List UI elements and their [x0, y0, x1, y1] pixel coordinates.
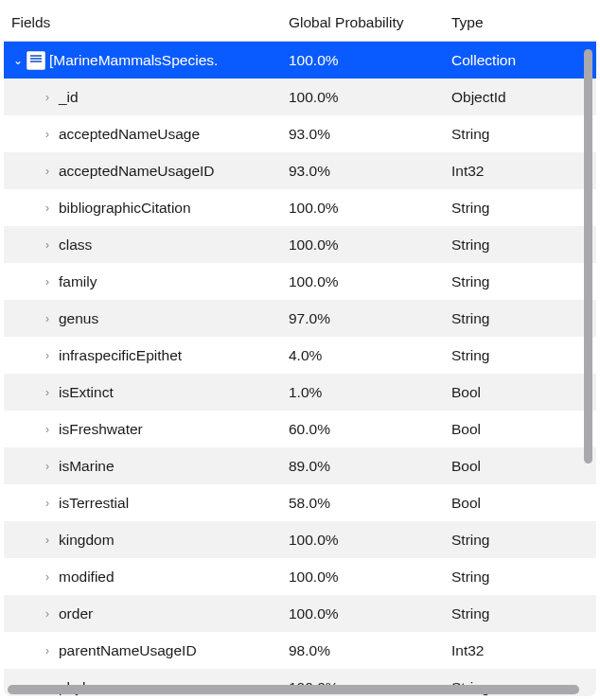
field-name: acceptedNameUsage [59, 126, 200, 143]
field-row-fields: ›acceptedNameUsageID [4, 163, 283, 180]
header-global-probability[interactable]: Global Probability [283, 14, 446, 31]
field-probability: 93.0% [283, 163, 446, 180]
chevron-right-icon[interactable]: › [45, 92, 49, 103]
field-row[interactable]: ›kingdom100.0%String [4, 521, 596, 558]
chevron-right-icon[interactable]: › [45, 350, 49, 361]
field-probability: 93.0% [283, 126, 446, 143]
field-probability: 100.0% [283, 236, 446, 254]
field-probability: 58.0% [283, 495, 446, 512]
chevron-right-icon[interactable]: › [45, 202, 49, 214]
horizontal-scrollbar[interactable] [8, 685, 579, 694]
header-type[interactable]: Type [446, 14, 596, 31]
document-icon [26, 51, 45, 70]
field-type: String [446, 347, 596, 364]
field-probability: 4.0% [283, 347, 446, 364]
field-name: modified [59, 569, 115, 586]
chevron-right-icon[interactable]: › [45, 498, 49, 509]
field-row-fields: ›genus [4, 310, 283, 327]
field-row-fields: ›modified [4, 569, 283, 586]
field-row[interactable]: ›modified100.0%String [4, 558, 596, 595]
collection-label: [MarineMammalsSpecies. [49, 52, 218, 69]
chevron-right-icon[interactable]: › [45, 608, 49, 620]
chevron-right-icon[interactable]: › [45, 313, 49, 324]
schema-tree-table: Fields Global Probability Type ⌄ [Marine… [4, 4, 596, 696]
field-probability: 100.0% [283, 200, 446, 217]
field-row-fields: ›_id [4, 89, 283, 106]
schema-panel: Fields Global Probability Type ⌄ [Marine… [0, 0, 600, 700]
field-row[interactable]: ›parentNameUsageID98.0%Int32 [4, 632, 596, 669]
field-row[interactable]: ›_id100.0%ObjectId [4, 79, 596, 115]
field-row-fields: ›kingdom [4, 532, 283, 549]
field-type: String [446, 273, 596, 290]
field-type: String [446, 200, 596, 217]
chevron-right-icon[interactable]: › [45, 166, 49, 177]
field-row[interactable]: ›isMarine89.0%Bool [4, 447, 596, 484]
field-row-fields: ›isExtinct [4, 384, 283, 401]
field-probability: 97.0% [283, 310, 446, 327]
field-type: Int32 [446, 642, 596, 659]
field-row[interactable]: ›acceptedNameUsageID93.0%Int32 [4, 152, 596, 189]
field-name: isMarine [59, 458, 115, 475]
field-probability: 89.0% [283, 458, 446, 475]
field-probability: 98.0% [283, 642, 446, 659]
chevron-down-icon[interactable]: ⌄ [13, 55, 23, 66]
field-probability: 100.0% [283, 273, 446, 290]
field-type: String [446, 236, 596, 254]
field-name: bibliographicCitation [59, 200, 191, 217]
field-row[interactable]: ›class100.0%String [4, 226, 596, 263]
field-name: isFreshwater [59, 421, 143, 438]
chevron-right-icon[interactable]: › [45, 387, 49, 398]
field-probability: 60.0% [283, 421, 446, 438]
field-type: String [446, 569, 596, 586]
field-type: ObjectId [446, 89, 596, 106]
collection-row-fields: ⌄ [MarineMammalsSpecies. [4, 51, 283, 70]
header-fields[interactable]: Fields [4, 14, 283, 31]
field-type: Bool [446, 458, 596, 475]
chevron-right-icon[interactable]: › [45, 571, 49, 583]
field-type: String [446, 126, 596, 143]
field-row[interactable]: ›infraspecificEpithet4.0%String [4, 337, 596, 374]
field-type: Bool [446, 495, 596, 512]
field-row-fields: ›family [4, 273, 283, 290]
scroll-area: Fields Global Probability Type ⌄ [Marine… [4, 4, 596, 696]
chevron-right-icon[interactable]: › [45, 461, 49, 472]
field-row[interactable]: ›acceptedNameUsage93.0%String [4, 115, 596, 152]
field-type: String [446, 605, 596, 622]
chevron-right-icon[interactable]: › [45, 534, 49, 546]
chevron-right-icon[interactable]: › [45, 424, 49, 435]
field-row-fields: ›isMarine [4, 458, 283, 475]
field-type: String [446, 310, 596, 327]
field-name: order [59, 605, 93, 622]
collection-row[interactable]: ⌄ [MarineMammalsSpecies. 100.0% Collecti… [4, 42, 596, 79]
field-name: _id [59, 89, 79, 106]
field-row[interactable]: ›isTerrestial58.0%Bool [4, 484, 596, 521]
field-row-fields: ›isTerrestial [4, 495, 283, 512]
field-probability: 100.0% [283, 605, 446, 622]
field-name: genus [59, 310, 98, 327]
field-type: Bool [446, 384, 596, 401]
field-name: isExtinct [59, 384, 114, 401]
chevron-right-icon[interactable]: › [45, 239, 49, 251]
field-row-fields: ›acceptedNameUsage [4, 126, 283, 143]
chevron-right-icon[interactable]: › [45, 276, 49, 288]
chevron-right-icon[interactable]: › [45, 129, 49, 140]
field-row[interactable]: ›genus97.0%String [4, 300, 596, 337]
vertical-scrollbar[interactable] [584, 49, 592, 464]
field-type: Bool [446, 421, 596, 438]
chevron-right-icon[interactable]: › [45, 645, 49, 656]
field-name: kingdom [59, 532, 115, 549]
field-probability: 1.0% [283, 384, 446, 401]
field-name: isTerrestial [59, 495, 129, 512]
field-probability: 100.0% [283, 532, 446, 549]
field-name: parentNameUsageID [59, 642, 197, 659]
field-row[interactable]: ›isExtinct1.0%Bool [4, 374, 596, 411]
field-row-fields: ›order [4, 605, 283, 622]
field-row[interactable]: ›bibliographicCitation100.0%String [4, 189, 596, 226]
field-name: family [59, 273, 97, 290]
field-row[interactable]: ›family100.0%String [4, 263, 596, 300]
field-type: String [446, 532, 596, 549]
field-row-fields: ›isFreshwater [4, 421, 283, 438]
field-row[interactable]: ›order100.0%String [4, 595, 596, 632]
field-row-fields: ›class [4, 236, 283, 254]
field-row[interactable]: ›isFreshwater60.0%Bool [4, 411, 596, 447]
